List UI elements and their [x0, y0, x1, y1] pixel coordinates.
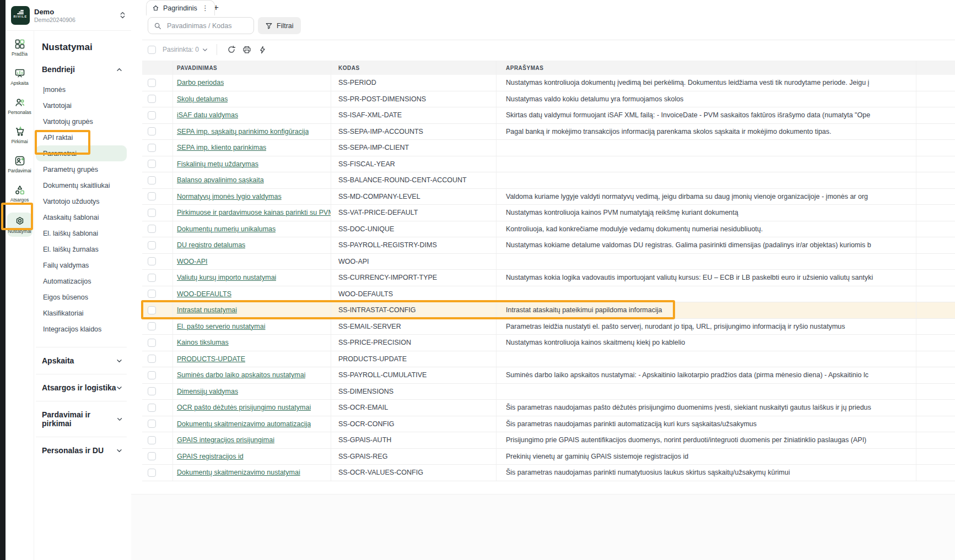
parameter-link[interactable]: Kainos tikslumas — [177, 339, 229, 346]
row-checkbox[interactable] — [148, 192, 156, 200]
sidebar-menu-item[interactable]: Automatizacijos — [36, 273, 127, 289]
parameter-link[interactable]: Valiutų kursų importo nustatymai — [177, 274, 276, 281]
filter-button[interactable]: Filtrai — [258, 17, 301, 34]
parameter-link[interactable]: GPAIS integracijos prisijungimai — [177, 436, 274, 444]
parameter-link[interactable]: Darbo periodas — [177, 79, 224, 86]
parameter-link[interactable]: SEPA imp. kliento parinkimas — [177, 144, 266, 151]
row-checkbox[interactable] — [148, 225, 156, 233]
parameter-link[interactable]: Normatyvų įmonės lygio valdymas — [177, 193, 282, 200]
rail-item-personalas[interactable]: Personalas — [7, 96, 33, 116]
parameter-link[interactable]: Skolų detalumas — [177, 95, 228, 103]
parameter-link[interactable]: Intrastat nustatymai — [177, 306, 237, 314]
parameter-link[interactable]: El. pašto serverio nustatymai — [177, 323, 266, 330]
row-checkbox[interactable] — [148, 160, 156, 168]
sidebar-menu-item[interactable]: Integracijos klaidos — [36, 321, 127, 337]
row-checkbox[interactable] — [148, 355, 156, 363]
parameter-link[interactable]: Suminės darbo laiko apskaitos nustatymai — [177, 371, 305, 379]
row-checkbox[interactable] — [148, 339, 156, 347]
parameter-link[interactable]: DU registro detalumas — [177, 241, 245, 249]
row-checkbox[interactable] — [148, 176, 156, 184]
parameter-link[interactable]: Dokumentų numerių unikalumas — [177, 225, 276, 233]
rail-item-pardavimai[interactable]: Pardavimai — [7, 154, 33, 175]
print-button[interactable] — [239, 42, 255, 57]
row-checkbox[interactable] — [148, 95, 156, 103]
sidebar-menu-item[interactable]: Ataskaitų šablonai — [36, 209, 127, 225]
row-checkbox[interactable] — [148, 241, 156, 249]
sidebar-group-header[interactable]: Personalas ir DU — [36, 437, 127, 464]
row-checkbox[interactable] — [148, 452, 156, 460]
row-checkbox[interactable] — [148, 290, 156, 298]
selected-dropdown-chevron[interactable] — [202, 48, 208, 52]
sidebar-menu-item[interactable]: El. laiškų žurnalas — [36, 241, 127, 257]
parameter-link[interactable]: Fiskalinių metų uždarymas — [177, 160, 258, 168]
parameter-link[interactable]: WOO-DEFAULTS — [177, 290, 231, 298]
rail-item-pirkimai[interactable]: Pirkimai — [7, 125, 33, 145]
parameter-link[interactable]: Dokumentų skaitmenizavimo nustatymai — [177, 469, 300, 476]
row-checkbox[interactable] — [148, 404, 156, 412]
company-switcher-button[interactable] — [117, 10, 128, 21]
row-checkbox[interactable] — [148, 306, 156, 314]
search-input[interactable] — [166, 21, 248, 30]
sidebar-menu-item[interactable]: Dokumentų skaitliukai — [36, 177, 127, 193]
parameter-link[interactable]: WOO-API — [177, 258, 208, 265]
tab-pagrindinis[interactable]: Pagrindinis ⋮ — [146, 0, 215, 15]
sidebar-menu-item[interactable]: El. laiškų šablonai — [36, 225, 127, 241]
row-name-cell: SEPA imp. kliento parinkimas — [172, 140, 331, 156]
parameter-link[interactable]: SEPA imp. sąskaitų parinkimo konfigūraci… — [177, 128, 309, 135]
sidebar-menu-item[interactable]: Įmonės — [36, 81, 127, 97]
row-checkbox[interactable] — [148, 436, 156, 444]
sidebar-group-header[interactable]: Pardavimai ir pirkimai — [36, 401, 127, 437]
row-name-cell: OCR pašto dėžutės prisijungimo nustatyma… — [172, 400, 331, 416]
parameter-link[interactable]: Dimensijų valdymas — [177, 388, 238, 395]
sidebar-menu-item[interactable]: Vartotojų grupės — [36, 113, 127, 129]
sidebar-menu-item[interactable]: Vartotojo užduotys — [36, 193, 127, 209]
row-checkbox-cell — [142, 367, 172, 383]
sidebar-group-header[interactable]: Apskaita — [36, 347, 127, 374]
sidebar-section-bendrieji[interactable]: Bendrieji — [36, 61, 127, 78]
parameter-link[interactable]: Pirkimuose ir pardavimuose kainas parink… — [177, 209, 331, 216]
sidebar-menu-item[interactable]: Parametrų grupės — [36, 161, 127, 177]
rail-item-apskaita[interactable]: Apskaita — [7, 67, 33, 87]
row-checkbox[interactable] — [148, 371, 156, 379]
sidebar-menu-item[interactable]: Failų valdymas — [36, 257, 127, 273]
kebab-icon[interactable]: ⋮ — [201, 4, 209, 12]
row-checkbox[interactable] — [148, 144, 156, 152]
rail-item-pradzia[interactable]: Pradžia — [7, 37, 33, 58]
row-checkbox[interactable] — [148, 209, 156, 217]
search-field — [148, 17, 254, 34]
group-label: Atsargos ir logistika — [42, 383, 116, 392]
row-checkbox[interactable] — [148, 111, 156, 119]
row-checkbox[interactable] — [148, 420, 156, 428]
row-checkbox[interactable] — [148, 469, 156, 477]
parameter-link[interactable]: OCR pašto dėžutės prisijungimo nustatyma… — [177, 404, 311, 411]
parameter-code: SS-GPAIS-AUTH — [331, 432, 496, 448]
row-checkbox[interactable] — [148, 322, 156, 330]
row-extra-cell — [916, 286, 955, 302]
menu-item-label: Automatizacijos — [43, 278, 91, 285]
row-checkbox-cell — [142, 432, 172, 448]
row-checkbox[interactable] — [148, 257, 156, 265]
row-checkbox[interactable] — [148, 127, 156, 135]
sidebar-menu-item[interactable]: Vartotojai — [36, 97, 127, 113]
parameter-link[interactable]: Dokumentų skaitmenizavimo automatizacija — [177, 420, 311, 428]
row-extra-cell — [916, 91, 955, 107]
row-checkbox[interactable] — [148, 79, 156, 87]
parameter-code: SS-PR-POST-DIMENSIONS — [331, 91, 496, 107]
parameter-link[interactable]: GPAIS registracijos id — [177, 453, 244, 460]
parameter-link[interactable]: iSAF datų valdymas — [177, 111, 238, 119]
rail-item-nustatymai[interactable]: Nustatymai — [7, 213, 33, 237]
row-checkbox[interactable] — [148, 274, 156, 282]
parameter-link[interactable]: PRODUCTS-UPDATE — [177, 355, 245, 363]
row-checkbox-cell — [142, 172, 172, 188]
parameter-link[interactable]: Balanso apvalinimo sąskaita — [177, 176, 264, 184]
sidebar-group-header[interactable]: Atsargos ir logistika — [36, 374, 127, 401]
select-all-checkbox[interactable] — [148, 46, 156, 54]
sidebar-menu-item[interactable]: Parametrai — [36, 145, 127, 161]
sidebar-menu-item[interactable]: API raktai — [36, 129, 127, 145]
row-checkbox[interactable] — [148, 387, 156, 395]
refresh-button[interactable] — [224, 42, 239, 57]
sidebar-menu-item[interactable]: Eigos būsenos — [36, 289, 127, 305]
automation-button[interactable] — [255, 42, 270, 57]
sidebar-menu-item[interactable]: Klasifikatoriai — [36, 305, 127, 321]
rail-item-atsargos[interactable]: Atsargos — [7, 183, 33, 204]
